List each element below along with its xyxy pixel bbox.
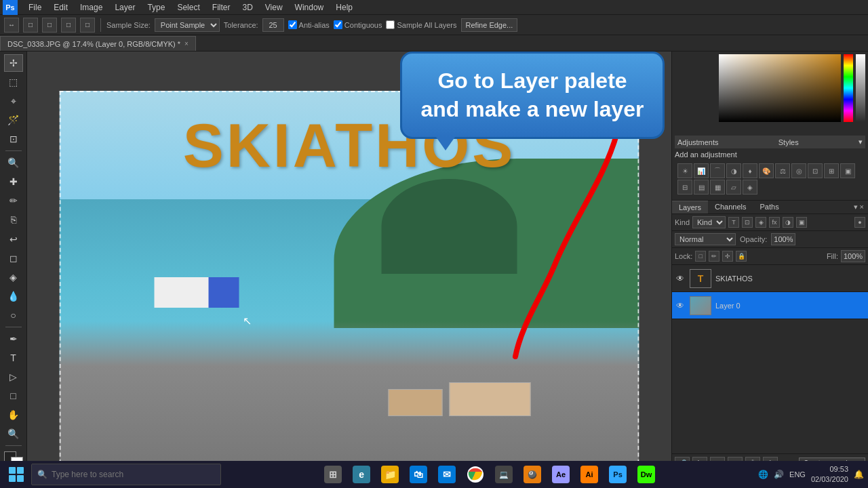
menu-view[interactable]: View — [260, 1, 288, 14]
menu-edit[interactable]: Edit — [48, 1, 73, 14]
zoom-tool[interactable]: 🔍 — [4, 425, 23, 443]
taskbar-mail[interactable]: ✉ — [433, 462, 460, 487]
taskbar-store[interactable]: 🛍 — [405, 462, 432, 487]
menu-layer[interactable]: Layer — [109, 1, 140, 14]
taskbar-task-view[interactable]: ⊞ — [319, 462, 347, 487]
tool-icon-5[interactable]: □ — [80, 18, 95, 33]
taskbar-illustrator[interactable]: Ai — [576, 462, 603, 487]
start-button[interactable] — [4, 462, 28, 487]
lasso-tool[interactable]: ⌖ — [4, 92, 23, 110]
blur-tool[interactable]: 💧 — [4, 287, 23, 305]
eraser-tool[interactable]: ◻ — [4, 249, 23, 267]
tool-icon-3[interactable]: □ — [42, 18, 57, 33]
dodge-tool[interactable]: ○ — [4, 306, 23, 324]
adj-gradient-map[interactable]: ▱ — [726, 180, 741, 195]
adj-levels[interactable]: 📊 — [694, 163, 709, 178]
hand-tool[interactable]: ✋ — [4, 406, 23, 424]
tool-icon-4[interactable]: □ — [61, 18, 76, 33]
lock-icon-4[interactable]: 🔒 — [736, 251, 747, 262]
filter-icon-2[interactable]: ⊡ — [742, 217, 753, 228]
adj-brightness[interactable]: ☀ — [677, 163, 692, 178]
adj-threshold[interactable]: ▦ — [710, 180, 725, 195]
filter-icon-3[interactable]: ◈ — [755, 217, 766, 228]
menu-help[interactable]: Help — [330, 1, 358, 14]
refine-edge-button[interactable]: Refine Edge... — [461, 18, 518, 32]
layers-panel-menu[interactable]: ▾ × — [850, 201, 868, 214]
tool-icon-1[interactable]: ↔ — [4, 18, 19, 33]
crop-tool[interactable]: ⊡ — [4, 130, 23, 148]
menu-select[interactable]: Select — [172, 1, 205, 14]
adj-posterize[interactable]: ▤ — [694, 180, 709, 195]
tab-paths[interactable]: Paths — [753, 201, 786, 214]
tool-icon-2[interactable]: □ — [23, 18, 38, 33]
selection-tool[interactable]: ⬚ — [4, 73, 23, 91]
filter-toggle[interactable]: ● — [854, 217, 865, 228]
canvas-image[interactable]: SKIATHOS ↖ — [60, 91, 639, 470]
doc-tab-close[interactable]: × — [184, 40, 189, 47]
gradient-tool[interactable]: ◈ — [4, 268, 23, 286]
history-brush-tool[interactable]: ↩ — [4, 230, 23, 247]
lock-icon-3[interactable]: ✢ — [722, 251, 733, 262]
adj-invert[interactable]: ⊟ — [677, 180, 692, 195]
adj-selective-color[interactable]: ◈ — [743, 180, 757, 195]
tolerance-input[interactable] — [262, 18, 284, 32]
text-tool[interactable]: T — [4, 349, 23, 367]
layer-eye-layer0[interactable]: 👁 — [675, 300, 686, 311]
adj-channel-mixer[interactable]: ⊞ — [824, 163, 839, 178]
move-tool[interactable]: ✢ — [4, 54, 23, 72]
adj-curves[interactable]: ⌒ — [710, 163, 725, 178]
contiguous-label[interactable]: Contiguous — [334, 20, 382, 29]
adj-bw[interactable]: ◎ — [791, 163, 806, 178]
menu-filter[interactable]: Filter — [207, 1, 236, 14]
pen-tool[interactable]: ✒ — [4, 330, 23, 348]
network-icon[interactable]: 🌐 — [758, 470, 768, 479]
sample-size-dropdown[interactable]: Point Sample — [155, 18, 220, 32]
adj-colorlookup[interactable]: ▣ — [840, 163, 855, 178]
blend-mode-dropdown[interactable]: Normal — [675, 233, 736, 245]
filter-icon-6[interactable]: ▣ — [796, 217, 807, 228]
volume-icon[interactable]: 🔊 — [774, 470, 784, 479]
layer-row-layer0[interactable]: 👁 Layer 0 — [672, 292, 868, 319]
menu-3d[interactable]: 3D — [237, 1, 258, 14]
lock-icon-2[interactable]: ✏ — [709, 251, 719, 262]
tab-layers[interactable]: Layers — [672, 201, 708, 214]
shape-tool[interactable]: □ — [4, 387, 23, 405]
taskbar-search-box[interactable]: 🔍 Type here to search — [31, 464, 221, 485]
taskbar-chrome[interactable] — [462, 462, 489, 487]
color-spectrum[interactable] — [844, 54, 853, 122]
filter-icon-4[interactable]: fx — [769, 217, 780, 228]
adj-vibrance[interactable]: ♦ — [743, 163, 757, 178]
path-selection-tool[interactable]: ▷ — [4, 368, 23, 386]
adj-colorbalance[interactable]: ⚖ — [775, 163, 790, 178]
color-alpha[interactable] — [856, 54, 865, 122]
opacity-input[interactable] — [771, 233, 795, 245]
sample-all-layers-checkbox[interactable] — [386, 20, 395, 29]
kind-dropdown[interactable]: Kind — [692, 216, 726, 228]
filter-icon-5[interactable]: ◑ — [783, 217, 793, 228]
brush-tool[interactable]: ✏ — [4, 192, 23, 209]
anti-alias-label[interactable]: Anti-alias — [288, 20, 330, 29]
adj-exposure[interactable]: ◑ — [726, 163, 741, 178]
lock-icon-1[interactable]: □ — [695, 251, 706, 262]
menu-image[interactable]: Image — [75, 1, 108, 14]
healing-brush-tool[interactable]: ✚ — [4, 173, 23, 190]
menu-file[interactable]: File — [23, 1, 47, 14]
taskbar-device[interactable]: 💻 — [490, 462, 517, 487]
contiguous-checkbox[interactable] — [334, 20, 342, 29]
notification-icon[interactable]: 🔔 — [854, 470, 864, 479]
fill-input[interactable] — [841, 250, 865, 262]
filter-icon-1[interactable]: T — [728, 217, 739, 228]
magic-wand-tool[interactable]: 🪄 — [4, 111, 23, 129]
doc-tab[interactable]: DSC_0338.JPG @ 17.4% (Layer 0, RGB/8/CMY… — [0, 36, 196, 51]
adjustments-collapse[interactable]: ▾ — [859, 138, 863, 146]
tab-channels[interactable]: Channels — [708, 201, 753, 214]
menu-window[interactable]: Window — [290, 1, 330, 14]
taskbar-photoshop[interactable]: Ps — [604, 462, 631, 487]
taskbar-files[interactable]: 📁 — [376, 462, 403, 487]
clone-stamp-tool[interactable]: ⎘ — [4, 211, 23, 228]
anti-alias-checkbox[interactable] — [288, 20, 297, 29]
taskbar-dreamweaver[interactable]: Dw — [633, 462, 660, 487]
sample-all-layers-label[interactable]: Sample All Layers — [386, 20, 456, 29]
layer-eye-skiathos[interactable]: 👁 — [675, 273, 686, 284]
eyedropper-tool[interactable]: 🔍 — [4, 154, 23, 171]
